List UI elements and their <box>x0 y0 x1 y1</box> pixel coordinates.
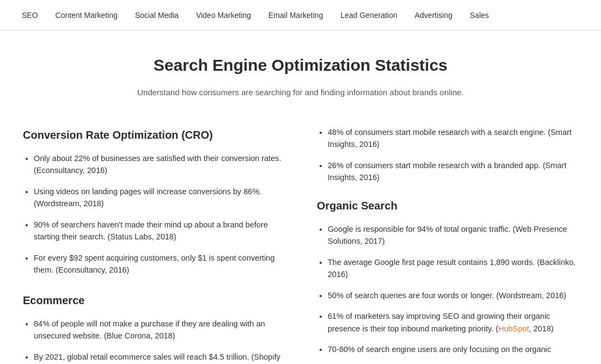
organic-search-list: Google is responsible for 94% of total o… <box>317 223 578 356</box>
list-item: 48% of consumers start mobile research w… <box>328 126 578 151</box>
list-item: For every $92 spent acquiring customers,… <box>34 252 284 276</box>
list-item: 84% of people will not make a purchase i… <box>34 318 284 342</box>
page-title: Search Engine Optimization Statistics <box>23 52 578 78</box>
hubspot-link[interactable]: HubSpot <box>498 324 529 333</box>
list-item: Using videos on landing pages will incre… <box>34 186 284 210</box>
cro-heading: Conversion Rate Optimization (CRO) <box>23 126 284 144</box>
page-subtitle: Understand how consumers are searching f… <box>23 86 578 99</box>
mobile-stats-list: 48% of consumers start mobile research w… <box>317 126 578 184</box>
organic-search-section: Organic Search Google is responsible for… <box>317 197 578 356</box>
list-item: 61% of marketers say improving SEO and g… <box>328 310 578 335</box>
left-column: Conversion Rate Optimization (CRO) Only … <box>23 126 284 364</box>
nav-item-lead-generation[interactable]: Lead Generation <box>340 9 397 22</box>
list-item: Only about 22% of businesses are satisfi… <box>34 152 284 177</box>
list-item: The average Google first page result con… <box>328 256 578 281</box>
nav-item-seo[interactable]: SEO <box>22 9 38 22</box>
list-item: 50% of search queries are four words or … <box>328 289 578 301</box>
ecommerce-heading: Ecommerce <box>23 292 284 309</box>
nav-item-social-media[interactable]: Social Media <box>135 9 179 22</box>
list-item: 26% of consumers start mobile research w… <box>328 159 578 184</box>
content-columns: Conversion Rate Optimization (CRO) Only … <box>23 126 578 364</box>
nav-item-content-marketing[interactable]: Content Marketing <box>56 9 118 22</box>
list-item: Google is responsible for 94% of total o… <box>328 223 578 248</box>
ecommerce-list: 84% of people will not make a purchase i… <box>23 318 284 364</box>
cro-list: Only about 22% of businesses are satisfi… <box>23 152 284 276</box>
nav-item-video-marketing[interactable]: Video Marketing <box>196 9 251 22</box>
list-item: By 2021, global retail ecommerce sales w… <box>34 351 284 364</box>
list-item: 90% of searchers haven't made their mind… <box>34 219 284 243</box>
nav-item-advertising[interactable]: Advertising <box>415 9 452 22</box>
nav-item-email-marketing[interactable]: Email Marketing <box>268 9 323 22</box>
main-content: Search Engine Optimization Statistics Un… <box>12 30 589 364</box>
cro-section: Conversion Rate Optimization (CRO) Only … <box>23 126 284 276</box>
list-item: 70-80% of search engine users are only f… <box>328 343 578 355</box>
organic-search-heading: Organic Search <box>317 197 578 214</box>
right-column: 48% of consumers start mobile research w… <box>317 126 578 364</box>
nav-item-sales[interactable]: Sales <box>470 9 489 22</box>
main-nav: SEO Content Marketing Social Media Video… <box>0 0 601 30</box>
ecommerce-section: Ecommerce 84% of people will not make a … <box>23 292 284 364</box>
